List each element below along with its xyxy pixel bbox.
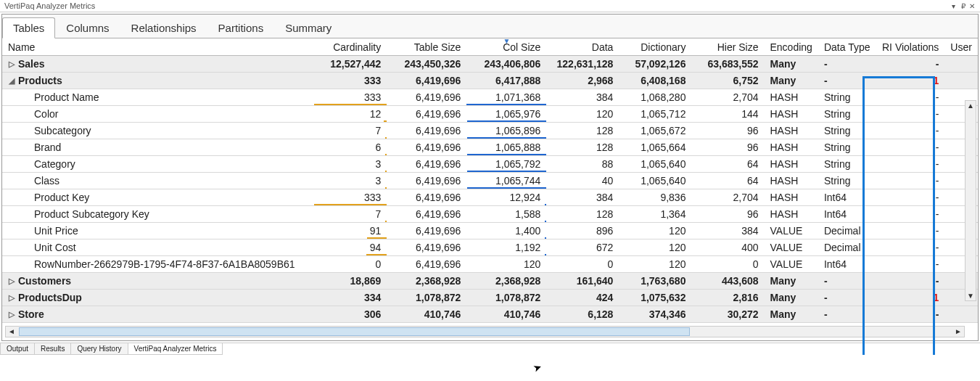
col-riviolations-header[interactable]: RI Violations: [876, 38, 944, 55]
data-bar: [466, 104, 546, 105]
column-detail-row[interactable]: Product Subcategory Key76,419,6961,58812…: [2, 205, 978, 222]
vertical-scrollbar[interactable]: ▲ ▼: [965, 100, 976, 301]
encoding-cell: Many: [765, 272, 818, 289]
top-tabs: TablesColumnsRelationshipsPartitionsSumm…: [2, 15, 978, 38]
caret-right-icon[interactable]: ▷: [8, 310, 15, 319]
tab-summary[interactable]: Summary: [274, 17, 342, 38]
data-bar: [366, 254, 387, 255]
tab-columns[interactable]: Columns: [55, 17, 120, 38]
datatype-cell: Decimal: [818, 222, 876, 239]
ri-cell: -: [876, 239, 944, 255]
metrics-grid: Name Cardinality Table Size ▼Col Size Da…: [2, 38, 978, 323]
scroll-up-icon[interactable]: ▲: [967, 101, 974, 110]
colsize-cell: 6,417,888: [466, 72, 546, 89]
cardinality-cell: 3: [314, 155, 387, 172]
column-detail-row[interactable]: Subcategory76,419,6961,065,8961281,065,6…: [2, 122, 978, 139]
cardinality-cell: 334: [314, 289, 387, 306]
cardinality-cell: 333: [314, 72, 387, 89]
dict-cell: 1,065,640: [619, 155, 691, 172]
col-encoding-header[interactable]: Encoding: [765, 38, 818, 55]
encoding-cell: HASH: [765, 139, 818, 155]
cardinality-cell: 306: [314, 306, 387, 322]
column-detail-row[interactable]: Class36,419,6961,065,744401,065,64064HAS…: [2, 172, 978, 189]
datatype-cell: -: [818, 55, 876, 72]
dict-cell: 374,346: [619, 306, 691, 322]
data-bar: [545, 237, 546, 239]
caret-down-icon[interactable]: ◢: [8, 76, 15, 86]
bottom-tab-results[interactable]: Results: [34, 343, 71, 355]
table-summary-row[interactable]: ▷Store306410,746410,7466,128374,34630,27…: [2, 306, 978, 322]
table-summary-row[interactable]: ▷Sales12,527,442243,450,326243,406,80612…: [2, 55, 978, 72]
tab-tables[interactable]: Tables: [2, 17, 55, 38]
colsize-cell: 1,400: [466, 222, 546, 239]
table-summary-row[interactable]: ▷Customers18,8692,368,9282,368,928161,64…: [2, 272, 978, 289]
caret-right-icon[interactable]: ▷: [8, 276, 15, 286]
column-detail-row[interactable]: RowNumber-2662979B-1795-4F74-8F37-6A1BA8…: [2, 255, 978, 272]
row-name: Product Name: [34, 91, 99, 103]
column-detail-row[interactable]: Unit Cost946,419,6961,192672120400VALUED…: [2, 239, 978, 255]
col-data-header[interactable]: Data: [546, 38, 619, 55]
dict-cell: 1,065,640: [619, 172, 691, 189]
sort-indicator-icon: ▼: [503, 37, 510, 45]
scroll-right-icon[interactable]: ►: [952, 327, 964, 335]
tab-relationships[interactable]: Relationships: [120, 17, 207, 38]
scroll-left-icon[interactable]: ◄: [6, 327, 17, 335]
col-user-header[interactable]: User: [944, 38, 978, 55]
tablesize-cell: 6,419,696: [387, 155, 466, 172]
encoding-cell: VALUE: [765, 255, 818, 272]
tablesize-cell: 6,419,696: [387, 172, 466, 189]
caret-right-icon[interactable]: ▷: [8, 60, 15, 69]
data-bar: [385, 137, 387, 139]
col-cardinality-header[interactable]: Cardinality: [314, 38, 387, 55]
encoding-cell: HASH: [765, 155, 818, 172]
column-detail-row[interactable]: Color126,419,6961,065,9761201,065,712144…: [2, 105, 978, 122]
col-dictionary-header[interactable]: Dictionary: [619, 38, 691, 55]
row-name: Products: [18, 75, 62, 86]
column-detail-row[interactable]: Product Key3336,419,69612,9243849,8362,7…: [2, 189, 978, 205]
column-detail-row[interactable]: Category36,419,6961,065,792881,065,64064…: [2, 155, 978, 172]
bottom-tab-query-history[interactable]: Query History: [70, 343, 128, 355]
bottom-tab-output[interactable]: Output: [0, 343, 35, 355]
table-summary-row[interactable]: ◢Products3336,419,6966,417,8882,9686,408…: [2, 72, 978, 89]
column-detail-row[interactable]: Unit Price916,419,6961,400896120384VALUE…: [2, 222, 978, 239]
window-controls[interactable]: ▾ ₽ ✕: [952, 2, 976, 10]
dict-cell: 1,068,280: [619, 89, 691, 105]
horizontal-scrollbar[interactable]: ◄ ►: [5, 326, 965, 337]
col-name-header[interactable]: Name: [2, 38, 314, 55]
scroll-down-icon[interactable]: ▼: [967, 291, 974, 300]
row-name: Category: [34, 158, 75, 170]
col-colsize-header[interactable]: ▼Col Size: [466, 38, 546, 55]
hier-cell: 2,704: [691, 189, 764, 205]
col-tablesize-header[interactable]: Table Size: [387, 38, 466, 55]
scroll-thumb[interactable]: [19, 327, 690, 336]
datatype-cell: Int64: [818, 205, 876, 222]
bottom-tab-vertipaq-analyzer-metrics[interactable]: VertiPaq Analyzer Metrics: [128, 343, 223, 355]
col-hiersize-header[interactable]: Hier Size: [691, 38, 764, 55]
dict-cell: 9,836: [619, 189, 691, 205]
cardinality-cell: 18,869: [314, 272, 387, 289]
colsize-cell: 1,192: [466, 239, 546, 255]
ri-cell: -: [876, 172, 944, 189]
cardinality-cell: 7: [314, 122, 387, 139]
data-bar: [314, 104, 387, 105]
table-summary-row[interactable]: ▷ProductsDup3341,078,8721,078,8724241,07…: [2, 289, 978, 306]
data-bar: [385, 187, 387, 189]
col-datatype-header[interactable]: Data Type: [818, 38, 876, 55]
caret-right-icon[interactable]: ▷: [8, 293, 15, 303]
dict-cell: 57,092,126: [619, 55, 691, 72]
data-bar: [467, 171, 546, 172]
colsize-cell: 12,924: [466, 189, 546, 205]
row-name: Product Key: [34, 192, 89, 203]
data-cell: 120: [546, 105, 619, 122]
tablesize-cell: 6,419,696: [387, 239, 466, 255]
column-detail-row[interactable]: Product Name3336,419,6961,071,3683841,06…: [2, 89, 978, 105]
dict-cell: 120: [619, 255, 691, 272]
ri-cell: -: [876, 139, 944, 155]
cardinality-cell: 7: [314, 205, 387, 222]
hier-cell: 2,816: [691, 289, 764, 306]
data-cell: 128: [546, 139, 619, 155]
column-detail-row[interactable]: Brand66,419,6961,065,8881281,065,66496HA…: [2, 139, 978, 155]
tab-partitions[interactable]: Partitions: [207, 17, 275, 38]
ri-cell: -: [876, 189, 944, 205]
dict-cell: 1,763,680: [619, 272, 691, 289]
